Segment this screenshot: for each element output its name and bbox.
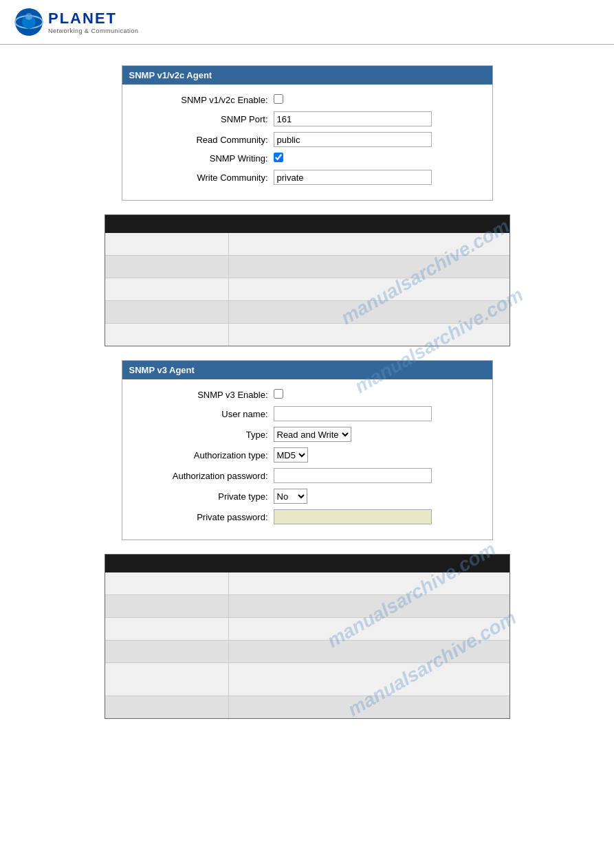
table-cell-right	[229, 324, 509, 346]
snmp-v1v2c-enable-checkbox[interactable]	[274, 94, 283, 104]
table1-panel	[105, 214, 510, 346]
snmp-v1v2c-panel: SNMP v1/v2c Agent SNMP v1/v2c Enable: SN…	[122, 65, 493, 201]
snmp-port-input[interactable]	[274, 111, 432, 126]
snmp-writing-label: SNMP Writing:	[136, 153, 274, 164]
private-type-label: Private type:	[136, 491, 274, 502]
write-community-row: Write Community:	[136, 170, 479, 185]
table-cell-right	[229, 663, 509, 695]
table-cell-left	[105, 641, 229, 663]
type-select[interactable]: Read and Write Read Only	[274, 427, 351, 442]
snmp-v3-enable-label: SNMP v3 Enable:	[136, 390, 274, 400]
table-cell-left	[105, 696, 229, 718]
table-cell-left	[105, 256, 229, 278]
read-community-label: Read Community:	[136, 135, 274, 145]
table-row	[105, 572, 509, 595]
table-cell-right	[229, 595, 509, 617]
type-row: Type: Read and Write Read Only	[136, 427, 479, 442]
auth-type-row: Authorization type: MD5 SHA	[136, 447, 479, 463]
snmp-v3-enable-row: SNMP v3 Enable:	[136, 389, 479, 401]
table2-header	[105, 555, 509, 572]
table-cell-left	[105, 233, 229, 255]
table1-header	[105, 215, 509, 233]
table2-panel	[105, 554, 510, 719]
private-password-control	[274, 509, 479, 524]
read-community-control	[274, 132, 479, 147]
type-control: Read and Write Read Only	[274, 427, 479, 442]
table-row	[105, 618, 509, 641]
auth-type-select[interactable]: MD5 SHA	[274, 447, 308, 463]
write-community-input[interactable]	[274, 170, 432, 185]
read-community-row: Read Community:	[136, 132, 479, 147]
snmp-v3-header: SNMP v3 Agent	[122, 361, 492, 379]
table-row	[105, 595, 509, 618]
table-cell-left	[105, 618, 229, 640]
table-cell-left	[105, 324, 229, 346]
auth-password-row: Authorization password:	[136, 468, 479, 483]
snmp-v3-enable-control	[274, 389, 479, 401]
snmp-v3-body: SNMP v3 Enable: User name: Type: Read an…	[122, 379, 492, 539]
auth-password-input[interactable]	[274, 468, 432, 483]
table-cell-left	[105, 301, 229, 323]
table-cell-left	[105, 663, 229, 695]
auth-type-control: MD5 SHA	[274, 447, 479, 463]
table-row	[105, 301, 509, 324]
table1-header-cell	[105, 215, 509, 233]
private-type-row: Private type: No DES AES	[136, 489, 479, 504]
table-cell-right	[229, 301, 509, 323]
table-row	[105, 641, 509, 663]
header: PLANET Networking & Communication	[0, 0, 614, 45]
snmp-v1v2c-header: SNMP v1/v2c Agent	[122, 66, 492, 85]
type-label: Type:	[136, 430, 274, 440]
user-name-row: User name:	[136, 406, 479, 421]
table-cell-right	[229, 618, 509, 640]
private-password-label: Private password:	[136, 512, 274, 522]
table-row	[105, 233, 509, 256]
snmp-writing-row: SNMP Writing:	[136, 153, 479, 164]
snmp-v1v2c-enable-row: SNMP v1/v2c Enable:	[136, 94, 479, 106]
auth-password-label: Authorization password:	[136, 471, 274, 481]
main-content: SNMP v1/v2c Agent SNMP v1/v2c Enable: SN…	[0, 58, 614, 739]
write-community-control	[274, 170, 479, 185]
snmp-writing-control	[274, 153, 479, 164]
table-row	[105, 278, 509, 301]
table-cell-left	[105, 278, 229, 300]
snmp-port-label: SNMP Port:	[136, 114, 274, 124]
snmp-v1v2c-body: SNMP v1/v2c Enable: SNMP Port: Read Comm…	[122, 85, 492, 200]
table-cell-right	[229, 256, 509, 278]
snmp-v3-enable-checkbox[interactable]	[274, 389, 283, 399]
table-cell-right	[229, 278, 509, 300]
logo-planet-label: PLANET	[48, 10, 139, 27]
auth-password-control	[274, 468, 479, 483]
auth-type-label: Authorization type:	[136, 450, 274, 460]
table-cell-left	[105, 572, 229, 594]
read-community-input[interactable]	[274, 132, 432, 147]
table-cell-right	[229, 641, 509, 663]
logo-text: PLANET Networking & Communication	[48, 10, 139, 34]
table-row	[105, 324, 509, 346]
snmp-v1v2c-enable-control	[274, 94, 479, 106]
private-type-select[interactable]: No DES AES	[274, 489, 307, 504]
snmp-v3-panel: SNMP v3 Agent SNMP v3 Enable: User name:…	[122, 360, 493, 540]
private-password-input[interactable]	[274, 509, 432, 524]
snmp-port-row: SNMP Port:	[136, 111, 479, 126]
snmp-writing-checkbox[interactable]	[274, 153, 283, 162]
svg-point-3	[25, 13, 32, 20]
write-community-label: Write Community:	[136, 173, 274, 183]
private-type-control: No DES AES	[274, 489, 479, 504]
table-cell-left	[105, 595, 229, 617]
table-cell-right	[229, 696, 509, 718]
table2-header-cell	[105, 555, 509, 572]
table-row	[105, 663, 509, 696]
table-row	[105, 256, 509, 278]
table-cell-right	[229, 233, 509, 255]
logo-subtitle-label: Networking & Communication	[48, 27, 139, 34]
logo: PLANET Networking & Communication	[14, 7, 139, 37]
table-row	[105, 696, 509, 718]
user-name-control	[274, 406, 479, 421]
user-name-input[interactable]	[274, 406, 432, 421]
snmp-v1v2c-enable-label: SNMP v1/v2c Enable:	[136, 95, 274, 105]
table-cell-right	[229, 572, 509, 594]
user-name-label: User name:	[136, 409, 274, 419]
snmp-port-control	[274, 111, 479, 126]
private-password-row: Private password:	[136, 509, 479, 524]
